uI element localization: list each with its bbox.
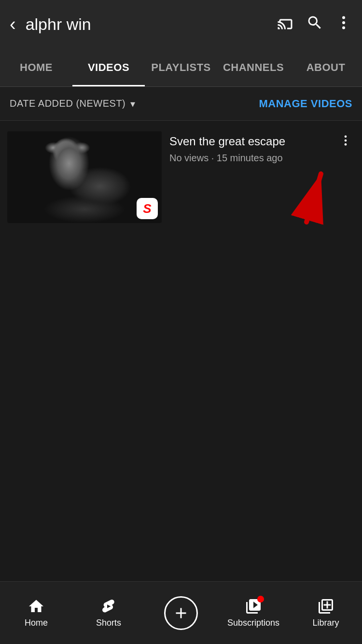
- svg-point-1: [342, 21, 345, 24]
- manage-videos-button[interactable]: MANAGE VIDEOS: [259, 98, 352, 110]
- add-button[interactable]: [164, 596, 198, 630]
- svg-line-7: [306, 174, 321, 222]
- back-button[interactable]: ‹: [10, 15, 16, 33]
- subscriptions-badge: [257, 596, 264, 602]
- nav-label-home: Home: [25, 618, 48, 628]
- video-thumbnail[interactable]: S: [7, 131, 162, 223]
- top-bar-icons: [277, 14, 352, 35]
- shorts-badge: S: [137, 198, 158, 219]
- subscriptions-icon: [245, 598, 262, 615]
- red-arrow-indicator: [278, 164, 335, 229]
- more-options-icon[interactable]: [335, 14, 352, 35]
- video-meta: No views · 15 minutes ago: [169, 153, 329, 164]
- svg-point-3: [345, 136, 347, 138]
- dropdown-arrow-icon: ▾: [130, 98, 136, 110]
- nav-label-library: Library: [312, 618, 339, 628]
- nav-item-library[interactable]: Library: [290, 598, 362, 628]
- nav-item-home[interactable]: Home: [0, 598, 72, 628]
- video-item: S Sven the great escape No views · 15 mi…: [0, 126, 362, 229]
- video-info: Sven the great escape No views · 15 minu…: [169, 131, 329, 164]
- tab-home[interactable]: HOME: [0, 48, 72, 86]
- tab-about[interactable]: ABOUT: [290, 48, 362, 86]
- nav-label-subscriptions: Subscriptions: [227, 618, 279, 628]
- svg-point-0: [342, 16, 345, 19]
- nav-label-shorts: Shorts: [96, 618, 121, 628]
- nav-item-shorts[interactable]: Shorts: [72, 598, 145, 628]
- video-title: Sven the great escape: [169, 134, 329, 149]
- bottom-navigation: Home Shorts Subscriptions: [0, 581, 362, 644]
- video-more-button[interactable]: [336, 131, 355, 152]
- nav-item-subscriptions[interactable]: Subscriptions: [217, 598, 290, 628]
- shorts-nav-icon: [100, 598, 117, 615]
- filter-bar: DATE ADDED (NEWEST) ▾ MANAGE VIDEOS: [0, 87, 362, 121]
- svg-point-5: [345, 143, 347, 146]
- svg-point-4: [345, 140, 347, 142]
- video-list: S Sven the great escape No views · 15 mi…: [0, 121, 362, 234]
- search-icon[interactable]: [306, 14, 323, 35]
- channel-tabs: HOME VIDEOS PLAYLISTS CHANNELS ABOUT: [0, 48, 362, 87]
- tab-videos[interactable]: VIDEOS: [72, 48, 145, 86]
- tab-channels[interactable]: CHANNELS: [217, 48, 290, 86]
- sort-label: DATE ADDED (NEWEST): [10, 98, 125, 109]
- home-icon: [28, 598, 45, 615]
- shorts-icon: S: [143, 201, 151, 216]
- nav-item-add[interactable]: [145, 596, 217, 630]
- cast-icon[interactable]: [277, 14, 294, 35]
- svg-point-2: [342, 26, 345, 29]
- top-bar: ‹ alphr win: [0, 0, 362, 48]
- tab-playlists[interactable]: PLAYLISTS: [145, 48, 217, 86]
- channel-title: alphr win: [26, 15, 267, 34]
- library-icon: [317, 598, 334, 615]
- sort-filter[interactable]: DATE ADDED (NEWEST) ▾: [10, 98, 136, 110]
